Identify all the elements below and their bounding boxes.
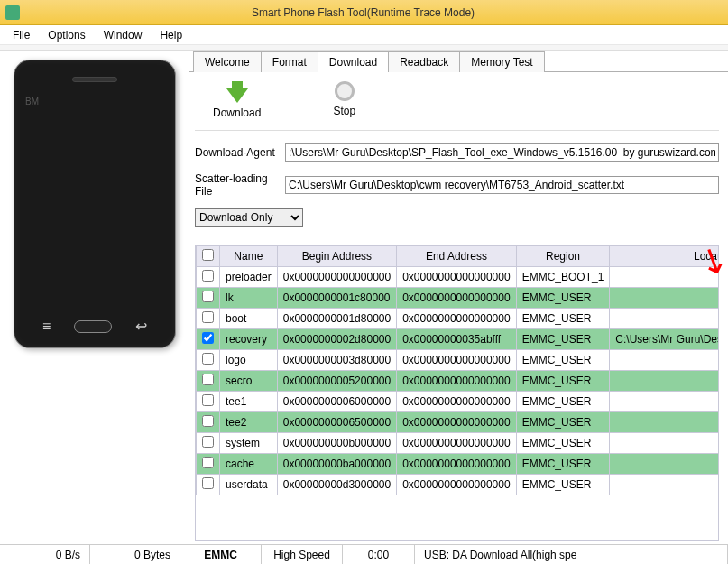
tab-bar: Welcome Format Download Readback Memory …	[189, 51, 728, 72]
cell-name: cache	[220, 454, 278, 475]
cell-name: lk	[220, 288, 278, 309]
scatter-file-label: Scatter-loading File	[195, 172, 285, 198]
cell-begin: 0x0000000005200000	[277, 371, 396, 392]
table-row[interactable]: secro0x00000000052000000x000000000000000…	[197, 371, 720, 392]
download-arrow-icon	[226, 81, 248, 103]
phone-menu-icon: ≡	[42, 319, 51, 335]
cell-name: preloader	[220, 267, 278, 288]
row-checkbox[interactable]	[202, 291, 214, 302]
row-checkbox[interactable]	[202, 353, 214, 365]
col-region[interactable]: Region	[516, 246, 610, 267]
row-checkbox[interactable]	[202, 457, 214, 468]
download-mode-select[interactable]: Download Only	[195, 208, 303, 227]
phone-brand-label: BM	[25, 97, 39, 106]
tab-readback[interactable]: Readback	[388, 51, 460, 72]
cell-end: 0x0000000000000000	[397, 288, 516, 309]
partition-table: Name Begin Address End Address Region Lo…	[195, 245, 719, 541]
cell-end: 0x0000000000000000	[397, 371, 516, 392]
cell-begin: 0x0000000001c80000	[277, 288, 396, 309]
cell-name: recovery	[220, 329, 278, 350]
cell-region: EMMC_USER	[516, 412, 610, 433]
cell-location	[610, 371, 719, 392]
cell-location	[610, 433, 719, 454]
stop-button[interactable]: Stop	[333, 81, 355, 119]
table-row[interactable]: userdata0x00000000d30000000x000000000000…	[197, 475, 720, 495]
cell-location: C:\Users\Mr Guru\Desktop\cwm recovery	[610, 329, 719, 350]
table-row[interactable]: recovery0x0000000002d800000x00000000035a…	[197, 329, 720, 350]
cell-region: EMMC_USER	[516, 329, 610, 350]
row-checkbox[interactable]	[202, 436, 214, 448]
status-mode: High Speed	[262, 545, 343, 564]
cell-end: 0x0000000000000000	[397, 350, 516, 371]
app-icon	[5, 5, 20, 20]
cell-begin: 0x000000000b000000	[277, 433, 396, 454]
cell-location	[610, 392, 719, 412]
cell-region: EMMC_USER	[516, 309, 610, 329]
tab-memory-test[interactable]: Memory Test	[459, 51, 544, 72]
menu-options[interactable]: Options	[39, 26, 94, 44]
cell-region: EMMC_BOOT_1	[516, 267, 610, 288]
row-checkbox[interactable]	[202, 394, 214, 406]
row-checkbox[interactable]	[202, 311, 214, 323]
cell-name: tee1	[220, 392, 278, 412]
status-time: 0:00	[343, 545, 415, 564]
table-row[interactable]: logo0x0000000003d800000x0000000000000000…	[197, 350, 720, 371]
cell-end: 0x0000000000000000	[397, 309, 516, 329]
row-checkbox[interactable]	[202, 415, 214, 427]
cell-region: EMMC_USER	[516, 371, 610, 392]
tab-format[interactable]: Format	[261, 51, 318, 72]
menu-file[interactable]: File	[4, 26, 39, 44]
cell-region: EMMC_USER	[516, 454, 610, 475]
cell-begin: 0x00000000d3000000	[277, 475, 396, 495]
table-row[interactable]: system0x000000000b0000000x00000000000000…	[197, 433, 720, 454]
menu-window[interactable]: Window	[95, 26, 152, 44]
cell-location	[610, 412, 719, 433]
cell-location	[610, 288, 719, 309]
cell-begin: 0x0000000002d80000	[277, 329, 396, 350]
menu-help[interactable]: Help	[151, 26, 191, 44]
cell-name: secro	[220, 371, 278, 392]
phone-mock: BM ≡ ↩	[14, 60, 176, 348]
phone-back-icon: ↩	[135, 318, 147, 335]
table-row[interactable]: boot0x0000000001d800000x0000000000000000…	[197, 309, 720, 329]
download-button-label: Download	[213, 106, 261, 119]
tab-download[interactable]: Download	[318, 51, 389, 72]
tab-welcome[interactable]: Welcome	[193, 51, 262, 72]
cell-end: 0x0000000000000000	[397, 433, 516, 454]
status-usb: USB: DA Download All(high spe	[415, 545, 728, 564]
cell-name: logo	[220, 350, 278, 371]
cell-end: 0x0000000000000000	[397, 267, 516, 288]
window-title: Smart Phone Flash Tool(Runtime Trace Mod…	[25, 6, 728, 19]
cell-name: userdata	[220, 475, 278, 495]
cell-region: EMMC_USER	[516, 475, 610, 495]
table-row[interactable]: tee10x00000000060000000x0000000000000000…	[197, 392, 720, 412]
scatter-file-input[interactable]	[285, 176, 719, 194]
table-row[interactable]: cache0x00000000ba0000000x000000000000000…	[197, 454, 720, 475]
download-button[interactable]: Download	[213, 81, 261, 119]
col-end[interactable]: End Address	[397, 246, 516, 267]
cell-begin: 0x0000000000000000	[277, 267, 396, 288]
cell-region: EMMC_USER	[516, 288, 610, 309]
window-titlebar: Smart Phone Flash Tool(Runtime Trace Mod…	[0, 0, 728, 25]
download-agent-input[interactable]	[285, 143, 719, 162]
cell-end: 0x0000000000000000	[397, 454, 516, 475]
row-checkbox[interactable]	[202, 477, 214, 489]
table-row[interactable]: lk0x0000000001c800000x0000000000000000EM…	[197, 288, 720, 309]
col-name[interactable]: Name	[220, 246, 278, 267]
table-row[interactable]: preloader0x00000000000000000x00000000000…	[197, 267, 720, 288]
row-checkbox[interactable]	[202, 332, 214, 344]
header-checkbox[interactable]	[202, 249, 214, 261]
status-bytes: 0 Bytes	[90, 545, 180, 564]
cell-name: boot	[220, 309, 278, 329]
cell-location	[610, 454, 719, 475]
col-begin[interactable]: Begin Address	[277, 246, 396, 267]
row-checkbox[interactable]	[202, 374, 214, 385]
cell-region: EMMC_USER	[516, 350, 610, 371]
cell-name: system	[220, 433, 278, 454]
cell-region: EMMC_USER	[516, 392, 610, 412]
table-row[interactable]: tee20x00000000065000000x0000000000000000…	[197, 412, 720, 433]
col-location[interactable]: Location	[610, 246, 719, 267]
phone-speaker	[72, 77, 117, 82]
cell-begin: 0x0000000006500000	[277, 412, 396, 433]
row-checkbox[interactable]	[202, 270, 214, 282]
